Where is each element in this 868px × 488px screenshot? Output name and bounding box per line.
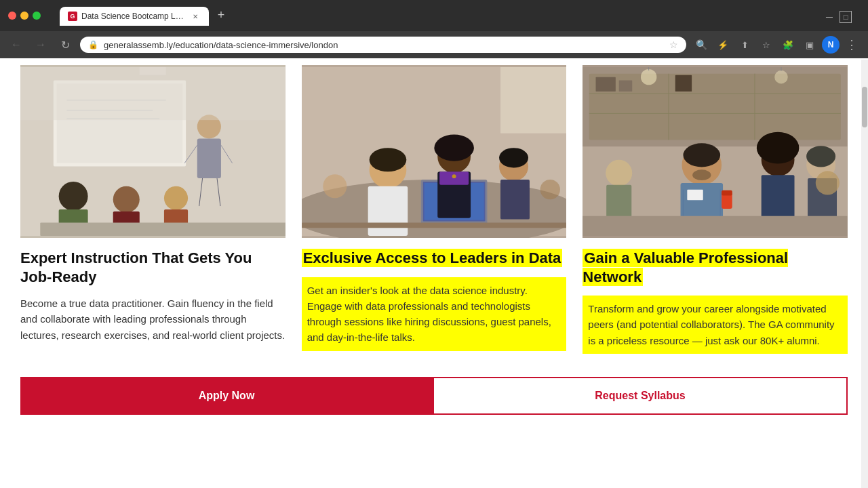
card-body-1: Expert Instruction That Gets You Job-Rea…: [20, 238, 285, 350]
tab-label: Data Science Bootcamp Londo...: [81, 12, 186, 21]
card-title-wrap-1: Expert Instruction That Gets You Job-Rea…: [20, 249, 285, 286]
svg-point-56: [684, 143, 721, 167]
card-body-3: Gain a Valuable Professional Network Tra…: [583, 238, 848, 361]
refresh-button[interactable]: ↻: [56, 35, 75, 54]
card-description-3: Transform and grow your career alongside…: [583, 296, 848, 354]
svg-point-39: [540, 180, 559, 199]
svg-rect-27: [368, 186, 408, 236]
svg-rect-34: [500, 180, 530, 220]
card-description-1: Become a true data practitioner. Gain fl…: [20, 296, 285, 343]
svg-point-62: [757, 132, 800, 164]
card-title-wrap-2: Exclusive Access to Leaders in Data: [302, 249, 567, 268]
close-window-button[interactable]: [8, 12, 16, 20]
scrollbar-track: [861, 60, 868, 488]
svg-rect-40: [500, 67, 567, 134]
svg-point-28: [369, 148, 406, 171]
svg-point-57: [692, 169, 711, 180]
svg-point-32: [434, 135, 474, 161]
svg-rect-7: [197, 138, 221, 178]
svg-rect-18: [40, 222, 285, 236]
forward-button[interactable]: →: [31, 35, 50, 54]
svg-point-68: [816, 171, 840, 195]
svg-point-38: [323, 174, 347, 198]
bottom-bar: Apply Now Request Syllabus: [20, 377, 848, 415]
tabs-bar: Data Science Bootcamp Londo... ✕ + ─ □: [52, 5, 860, 26]
translate-icon[interactable]: ⚡: [713, 35, 732, 54]
maximize-window-button[interactable]: [33, 12, 41, 20]
profile-button[interactable]: N: [822, 36, 840, 54]
svg-rect-73: [583, 216, 848, 236]
cards-section: Expert Instruction That Gets You Job-Rea…: [20, 58, 848, 361]
card-title-wrap-3: Gain a Valuable Professional Network: [583, 249, 848, 286]
browser-chrome: Data Science Bootcamp Londo... ✕ + ─ □ ←…: [0, 0, 868, 58]
card-exclusive-access: Exclusive Access to Leaders in Data Get …: [302, 65, 567, 361]
back-icon: ←: [11, 39, 22, 51]
forward-icon: →: [35, 39, 46, 51]
new-tab-button[interactable]: +: [212, 5, 231, 24]
card-professional-network: Gain a Valuable Professional Network Tra…: [583, 65, 848, 361]
svg-rect-48: [596, 77, 616, 92]
svg-point-71: [775, 70, 789, 84]
zoom-button[interactable]: 🔍: [692, 35, 711, 54]
window-controls: [8, 12, 41, 20]
minimize-window-button[interactable]: [20, 12, 28, 20]
active-tab[interactable]: Data Science Bootcamp Londo... ✕: [60, 7, 209, 26]
bookmark-icon[interactable]: ☆: [669, 39, 678, 50]
svg-point-69: [641, 69, 656, 85]
share-button[interactable]: ⬆: [735, 35, 754, 54]
tab-close-button[interactable]: ✕: [190, 11, 201, 22]
minimize-icon: ─: [823, 11, 835, 23]
svg-point-14: [113, 186, 140, 213]
card-image-classroom: [20, 65, 285, 238]
card-image-networking: [583, 65, 848, 238]
page-content: Expert Instruction That Gets You Job-Rea…: [0, 58, 868, 487]
svg-point-16: [164, 186, 188, 210]
sidebar-button[interactable]: ▣: [800, 35, 819, 54]
card-title-2: Exclusive Access to Leaders in Data: [302, 249, 563, 267]
nav-actions: 🔍 ⚡ ⬆ ☆ 🧩 ▣ N ⋮: [692, 35, 861, 54]
card-description-2: Get an insider's look at the data scienc…: [302, 277, 567, 351]
address-bar[interactable]: 🔒 generalassemb.ly/education/data-scienc…: [80, 37, 686, 53]
svg-point-35: [499, 148, 528, 167]
svg-rect-49: [619, 81, 633, 92]
card-title-1: Expert Instruction That Gets You Job-Rea…: [20, 249, 252, 285]
svg-point-65: [806, 146, 835, 167]
card-body-2: Exclusive Access to Leaders in Data Get …: [302, 238, 567, 358]
extensions-button[interactable]: 🧩: [778, 35, 797, 54]
bookmark-star-button[interactable]: ☆: [757, 35, 776, 54]
navigation-bar: ← → ↻ 🔒 generalassemb.ly/education/data-…: [0, 31, 868, 58]
card-title-3: Gain a Valuable Professional Network: [583, 249, 788, 286]
card-image-meeting: [302, 65, 567, 238]
svg-point-36: [452, 174, 456, 178]
svg-point-12: [59, 182, 88, 211]
lock-icon: 🔒: [88, 40, 98, 49]
svg-rect-20: [20, 67, 285, 120]
svg-rect-59: [722, 190, 732, 196]
tab-favicon: [68, 12, 77, 21]
svg-point-66: [606, 160, 633, 186]
svg-rect-53: [688, 190, 703, 201]
svg-rect-50: [675, 75, 692, 92]
back-button[interactable]: ←: [7, 35, 26, 54]
request-syllabus-button[interactable]: Request Syllabus: [433, 377, 848, 415]
url-text: generalassemb.ly/education/data-science-…: [104, 40, 664, 50]
svg-rect-37: [302, 222, 567, 228]
restore-icon: □: [840, 11, 852, 23]
title-bar: Data Science Bootcamp Londo... ✕ + ─ □: [0, 0, 868, 31]
card-expert-instruction: Expert Instruction That Gets You Job-Rea…: [20, 65, 285, 361]
apply-now-button[interactable]: Apply Now: [20, 377, 433, 415]
more-menu-button[interactable]: ⋮: [842, 35, 861, 54]
svg-rect-31: [439, 171, 469, 185]
refresh-icon: ↻: [61, 39, 70, 52]
scrollbar-thumb[interactable]: [862, 87, 867, 127]
